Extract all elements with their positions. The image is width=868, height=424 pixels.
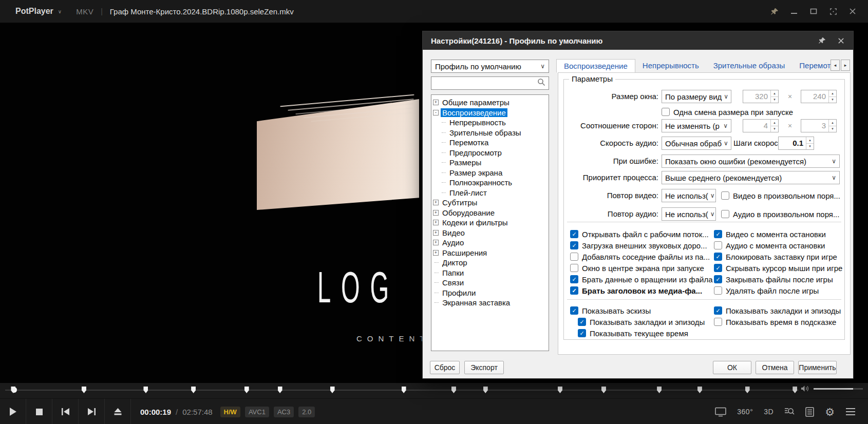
thumbnail-left-checkbox[interactable]: ✓Показывать эскизы — [570, 306, 651, 315]
pin-icon[interactable] — [770, 7, 779, 15]
priority-select[interactable]: Выше среднего (рекомендуется) ∨ — [662, 171, 840, 184]
next-button[interactable] — [79, 399, 105, 424]
dialog-close-icon[interactable] — [837, 36, 845, 45]
tab-scroll-left-icon[interactable]: ◂ — [831, 60, 840, 71]
fullscreen-icon[interactable] — [829, 7, 837, 15]
aspect-select[interactable]: Не изменять (p ∨ — [662, 119, 731, 132]
speed-steps-stepper[interactable]: 0.1 ▲▼ — [778, 137, 814, 150]
option-right-checkbox[interactable]: ✓Закрывать файлы после игры — [714, 275, 833, 284]
option-right-checkbox[interactable]: ✓Видео с момента остановки — [714, 229, 826, 239]
tree-item[interactable]: Связи — [431, 278, 549, 288]
aspect-w-stepper[interactable]: 4 ▲▼ — [743, 119, 779, 132]
stepper-arrows[interactable]: ▲▼ — [828, 120, 836, 132]
tree-item[interactable]: Размер экрана — [431, 168, 549, 178]
audio-random-checkbox[interactable]: Аудио в произвольном поря... — [721, 209, 839, 219]
chapter-marker[interactable] — [558, 387, 562, 393]
on-error-select[interactable]: Показать окно ошибки (рекомендуется) ∨ — [662, 155, 840, 168]
audio-repeat-select[interactable]: Не использ( ∨ — [662, 207, 716, 221]
thumbnail-left-checkbox[interactable]: ✓Показывать текущее время — [578, 329, 688, 338]
option-right-checkbox[interactable]: Аудио с момента остановки — [714, 241, 825, 250]
cancel-button[interactable]: Отмена — [756, 361, 794, 374]
video-repeat-select[interactable]: Не использ( ∨ — [662, 189, 716, 202]
volume-slider[interactable] — [814, 388, 863, 390]
stepper-arrows[interactable]: ▲▼ — [770, 120, 778, 132]
option-left-checkbox[interactable]: Добавлять соседние файлы из па... — [570, 252, 710, 261]
tree-item[interactable]: Диктор — [431, 258, 549, 268]
tree-item[interactable]: Полноэкранность — [431, 178, 549, 188]
expand-icon[interactable]: + — [433, 220, 439, 225]
expand-icon[interactable]: + — [433, 210, 439, 216]
window-height-stepper[interactable]: 240 ▲▼ — [801, 90, 837, 103]
tree-item[interactable]: Размеры — [431, 158, 549, 168]
expand-icon[interactable]: + — [433, 100, 439, 105]
tree-item[interactable]: Папки — [431, 268, 549, 278]
thumbnail-right-checkbox[interactable]: ✓Показывать закладки и эпизоды — [714, 306, 841, 315]
apply-button[interactable]: Применить — [798, 361, 837, 374]
view-3d-icon[interactable]: 3D — [764, 408, 773, 416]
tree-item[interactable]: Плей-лист — [431, 188, 549, 198]
seek-bar[interactable] — [5, 390, 799, 391]
option-left-checkbox[interactable]: ✓Открывать файл с рабочим поток... — [570, 229, 709, 239]
previous-button[interactable] — [52, 399, 79, 424]
chapter-marker[interactable] — [451, 387, 456, 393]
profile-select[interactable]: Профиль по умолчанию ∨ — [431, 60, 549, 73]
tree-item[interactable]: +Оборудование — [431, 208, 549, 218]
tree-item[interactable]: Перемотка — [431, 138, 549, 148]
tree-item[interactable]: +Кодеки и фильтры — [431, 218, 549, 228]
display-device-icon[interactable] — [715, 407, 726, 417]
chapter-marker[interactable] — [483, 387, 488, 393]
tab-2[interactable]: Непрерывность — [635, 59, 706, 73]
stepper-arrows[interactable]: ▲▼ — [770, 90, 778, 103]
chapter-marker[interactable] — [402, 387, 406, 393]
playlist-icon[interactable] — [805, 407, 814, 417]
settings-search-input[interactable] — [431, 76, 549, 90]
tree-item[interactable]: Профили — [431, 288, 549, 298]
settings-gear-icon[interactable]: ⚙ — [825, 407, 835, 417]
tree-item[interactable]: +Общие параметры — [431, 98, 549, 108]
eject-button[interactable] — [105, 399, 131, 424]
thumbnail-right-checkbox[interactable]: Показывать время в подсказке — [714, 317, 836, 326]
expand-icon[interactable]: + — [433, 200, 439, 205]
tree-item[interactable]: +Субтитры — [431, 198, 549, 208]
speaker-icon[interactable] — [801, 385, 809, 392]
stepper-arrows[interactable]: ▲▼ — [828, 90, 836, 103]
chapter-marker[interactable] — [745, 387, 750, 393]
chapter-marker[interactable] — [191, 387, 196, 393]
collapse-icon[interactable]: - — [433, 110, 439, 115]
expand-icon[interactable]: + — [433, 230, 439, 236]
tree-item[interactable]: +Аудио — [431, 238, 549, 248]
option-left-checkbox[interactable]: Окно в центре экрана при запуске — [570, 263, 704, 273]
menu-icon[interactable] — [845, 408, 856, 416]
option-right-checkbox[interactable]: Удалять файл после игры — [714, 286, 819, 295]
view-360-icon[interactable]: 360° — [737, 408, 753, 416]
scene-search-icon[interactable] — [784, 407, 795, 417]
chapter-marker[interactable] — [601, 387, 606, 393]
tab-scroll-right-icon[interactable]: ▸ — [841, 60, 850, 71]
chapter-marker[interactable] — [278, 387, 282, 393]
chapter-marker[interactable] — [143, 387, 148, 393]
option-left-checkbox[interactable]: ✓Загрузка внешних звуковых доро... — [570, 241, 707, 250]
tree-item[interactable]: Зрительные образы — [431, 128, 549, 138]
option-left-checkbox[interactable]: ✓Брать данные о вращении из файла — [570, 275, 712, 284]
minimize-icon[interactable] — [790, 7, 798, 15]
chapter-marker[interactable] — [330, 387, 335, 393]
expand-icon[interactable]: + — [433, 250, 439, 256]
chapter-marker[interactable] — [792, 387, 797, 393]
tree-item[interactable]: Непрерывность — [431, 118, 549, 128]
ok-button[interactable]: ОК — [713, 361, 751, 374]
option-right-checkbox[interactable]: ✓Блокировать заставку при игре — [714, 252, 837, 261]
option-right-checkbox[interactable]: ✓Скрывать курсор мыши при игре — [714, 263, 842, 273]
resize-once-checkbox[interactable]: Одна смена размера при запуске — [662, 107, 793, 117]
thumbnail-left-checkbox[interactable]: ✓Показывать закладки и эпизоды — [578, 317, 705, 326]
maximize-icon[interactable] — [809, 7, 818, 15]
dialog-pin-icon[interactable] — [818, 36, 826, 45]
tree-item[interactable]: +Видео — [431, 228, 549, 238]
app-menu-button[interactable]: PotPlayer ∨ — [0, 0, 73, 23]
window-width-stepper[interactable]: 320 ▲▼ — [743, 90, 779, 103]
option-left-checkbox[interactable]: ✓Брать заголовок из медиа-фа... — [570, 286, 702, 295]
chapter-marker[interactable] — [82, 387, 86, 393]
tree-item[interactable]: -Воспроизведение — [431, 108, 549, 118]
stepper-arrows[interactable]: ▲▼ — [806, 137, 814, 149]
audio-speed-select[interactable]: Обычная обраб ∨ — [662, 137, 731, 150]
tree-item[interactable]: Экранная заставка — [431, 298, 549, 308]
